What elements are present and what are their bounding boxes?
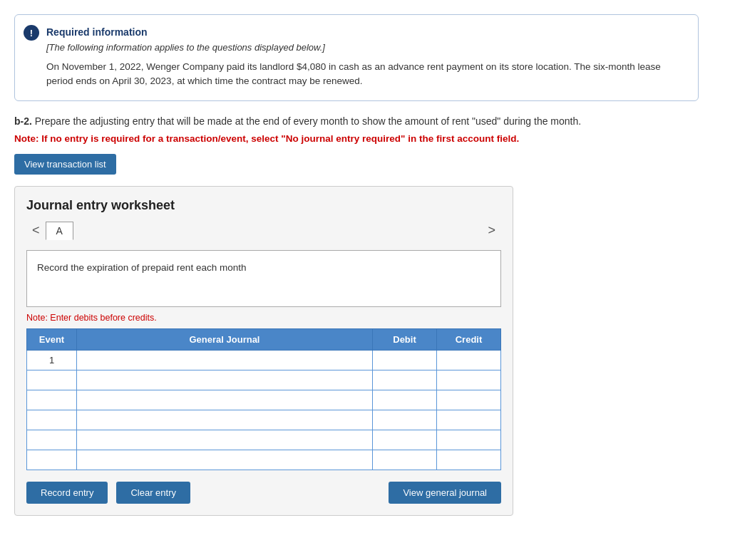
header-debit: Debit xyxy=(373,328,437,350)
journal-cell[interactable] xyxy=(77,450,373,470)
worksheet-title: Journal entry worksheet xyxy=(26,198,501,213)
tab-next-arrow[interactable]: > xyxy=(482,222,501,239)
event-cell xyxy=(27,410,77,430)
note-red: Note: If no entry is required for a tran… xyxy=(14,133,699,144)
required-title: Required information xyxy=(46,26,687,38)
credit-cell[interactable] xyxy=(437,450,501,470)
debit-cell[interactable] xyxy=(373,390,437,410)
journal-input[interactable] xyxy=(77,410,372,430)
journal-cell[interactable] xyxy=(77,410,373,430)
event-cell xyxy=(27,370,77,390)
header-general-journal: General Journal xyxy=(77,328,373,350)
header-credit: Credit xyxy=(437,328,501,350)
credit-input[interactable] xyxy=(437,430,500,450)
debit-cell[interactable] xyxy=(373,370,437,390)
table-row xyxy=(27,390,501,410)
event-cell: 1 xyxy=(27,350,77,370)
debit-input[interactable] xyxy=(373,450,436,470)
journal-input[interactable] xyxy=(77,390,372,410)
event-number: 1 xyxy=(49,355,54,365)
credit-cell[interactable] xyxy=(437,350,501,370)
credit-input[interactable] xyxy=(437,351,500,370)
table-row xyxy=(27,430,501,450)
description-text: Record the expiration of prepaid rent ea… xyxy=(37,262,246,273)
journal-cell[interactable] xyxy=(77,370,373,390)
journal-input[interactable] xyxy=(77,430,372,450)
buttons-row: Record entry Clear entry View general jo… xyxy=(26,482,501,504)
question-text: b-2. Prepare the adjusting entry that wi… xyxy=(14,114,699,129)
question-label: b-2. xyxy=(14,115,32,127)
journal-cell[interactable] xyxy=(77,390,373,410)
event-cell xyxy=(27,450,77,470)
worksheet-container: Journal entry worksheet < A > Record the… xyxy=(14,186,513,516)
credit-cell[interactable] xyxy=(437,390,501,410)
credit-cell[interactable] xyxy=(437,410,501,430)
question-area: b-2. Prepare the adjusting entry that wi… xyxy=(14,114,699,144)
italic-note: [The following information applies to th… xyxy=(46,42,687,53)
header-event: Event xyxy=(27,328,77,350)
journal-table: Event General Journal Debit Credit 1 xyxy=(26,328,501,470)
journal-input[interactable] xyxy=(77,450,372,470)
credit-input[interactable] xyxy=(437,410,500,430)
debit-cell[interactable] xyxy=(373,350,437,370)
credit-input[interactable] xyxy=(437,390,500,410)
description-box: Record the expiration of prepaid rent ea… xyxy=(26,250,501,307)
record-entry-button[interactable]: Record entry xyxy=(26,482,108,504)
clear-entry-button[interactable]: Clear entry xyxy=(116,482,190,504)
view-transaction-list-button[interactable]: View transaction list xyxy=(14,154,116,175)
tab-a[interactable]: A xyxy=(46,222,73,240)
debit-input[interactable] xyxy=(373,370,436,390)
question-body: Prepare the adjusting entry that will be… xyxy=(32,115,581,127)
debit-input[interactable] xyxy=(373,351,436,370)
note-debits: Note: Enter debits before credits. xyxy=(26,313,501,323)
journal-input[interactable] xyxy=(77,370,372,390)
credit-input[interactable] xyxy=(437,450,500,470)
table-row: 1 xyxy=(27,350,501,370)
info-icon: ! xyxy=(24,25,39,41)
event-cell xyxy=(27,390,77,410)
event-cell xyxy=(27,430,77,450)
info-box: ! Required information [The following in… xyxy=(14,14,699,101)
debit-cell[interactable] xyxy=(373,430,437,450)
tab-navigation: < A > xyxy=(26,222,501,240)
journal-input[interactable] xyxy=(77,351,372,370)
view-general-journal-button[interactable]: View general journal xyxy=(389,482,501,504)
info-body-text: On November 1, 2022, Wenger Company paid… xyxy=(46,60,687,89)
credit-input[interactable] xyxy=(437,370,500,390)
table-row xyxy=(27,410,501,430)
debit-input[interactable] xyxy=(373,390,436,410)
debit-cell[interactable] xyxy=(373,410,437,430)
table-row xyxy=(27,370,501,390)
journal-cell[interactable] xyxy=(77,350,373,370)
journal-cell[interactable] xyxy=(77,430,373,450)
debit-cell[interactable] xyxy=(373,450,437,470)
table-row xyxy=(27,450,501,470)
debit-input[interactable] xyxy=(373,430,436,450)
credit-cell[interactable] xyxy=(437,430,501,450)
credit-cell[interactable] xyxy=(437,370,501,390)
tab-prev-arrow[interactable]: < xyxy=(26,222,46,239)
debit-input[interactable] xyxy=(373,410,436,430)
